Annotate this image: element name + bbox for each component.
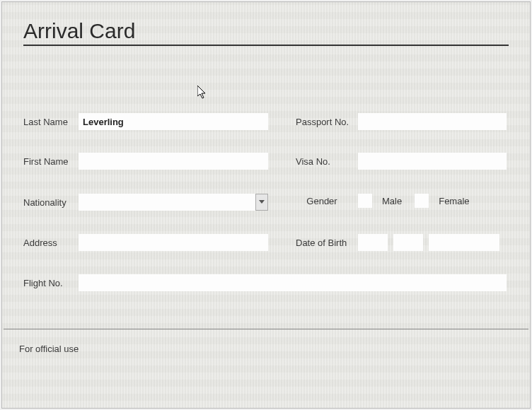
- official-use-label: For official use: [19, 344, 79, 354]
- flight-no-label: Flight No.: [23, 278, 79, 288]
- visa-no-input[interactable]: [358, 153, 507, 170]
- last-name-label: Last Name: [23, 117, 79, 127]
- female-label: Female: [439, 196, 469, 206]
- section-divider: [4, 329, 528, 329]
- gender-label: Gender: [296, 196, 348, 206]
- nationality-label: Nationality: [23, 197, 79, 208]
- passport-no-label: Passport No.: [296, 117, 358, 127]
- dob-year-input[interactable]: [429, 234, 499, 251]
- dob-month-input[interactable]: [393, 234, 423, 251]
- chevron-down-icon: [259, 200, 265, 204]
- passport-no-input[interactable]: [358, 113, 507, 130]
- dob-label: Date of Birth: [296, 238, 358, 248]
- arrival-card-form: Arrival Card Last Name Passport No. Firs…: [1, 1, 531, 409]
- female-checkbox[interactable]: [415, 194, 429, 208]
- page-title: Arrival Card: [23, 19, 509, 46]
- first-name-label: First Name: [23, 156, 79, 167]
- dob-day-input[interactable]: [358, 234, 388, 251]
- address-label: Address: [23, 238, 79, 248]
- flight-no-input[interactable]: [79, 274, 507, 291]
- nationality-dropdown-button[interactable]: [255, 194, 268, 211]
- first-name-input[interactable]: [79, 153, 268, 170]
- last-name-input[interactable]: [79, 113, 268, 130]
- cursor-icon: [197, 86, 209, 100]
- male-checkbox[interactable]: [358, 194, 372, 208]
- male-label: Male: [382, 196, 402, 206]
- nationality-select[interactable]: [79, 194, 268, 211]
- visa-no-label: Visa No.: [296, 156, 358, 167]
- address-input[interactable]: [79, 234, 268, 251]
